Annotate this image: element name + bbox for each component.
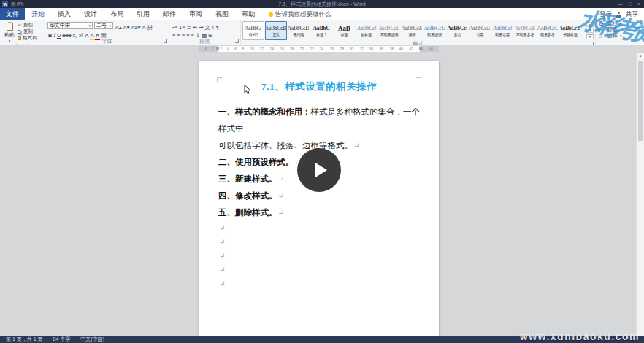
close-button[interactable]: × (637, 0, 640, 8)
page-indicator[interactable]: 第 1 页，共 1 页 (6, 336, 43, 343)
word-count[interactable]: 84 个字 (53, 336, 71, 343)
language-indicator[interactable]: 中文(中国) (80, 336, 104, 343)
scroll-up-icon[interactable] (637, 53, 644, 59)
redo-icon[interactable]: ↻ (20, 1, 25, 7)
ruler-number: 10 (250, 47, 254, 50)
style-item[interactable]: AaBbCcC 明显参考 (537, 21, 559, 40)
word-logo-icon[interactable]: W (2, 1, 8, 7)
style-item[interactable]: AaBbC 标题 1 (310, 21, 332, 40)
styles-scroll-down-button[interactable]: ▾ (586, 28, 594, 33)
paragraph[interactable] (218, 235, 420, 249)
style-item[interactable]: AaBbC( 样式1 (242, 21, 264, 40)
styles-more-button[interactable]: ▾ (586, 34, 594, 39)
paragraph[interactable]: 五、删除样式。 (218, 204, 420, 221)
window-title: 7.1、样式设置的相关操作.docx - Word (0, 0, 644, 8)
select-button[interactable]: 选择 ▾ (599, 33, 641, 39)
minimize-button[interactable]: — (618, 0, 623, 8)
ruler-number: 6 (234, 47, 237, 50)
paragraph[interactable] (218, 249, 420, 263)
ruler-number: 20 (299, 47, 304, 50)
ribbon-tab[interactable]: 帮助 (235, 8, 261, 20)
paragraph-group: •≡1≡≣⇤⇥文↕¶ ≡≡≡≡≡⇕▦⊞ 段落 (169, 20, 241, 45)
ruler-number: 2 (212, 47, 215, 50)
ruler-number: 16 (280, 47, 284, 50)
paragraph-dialog-launcher[interactable] (235, 39, 239, 43)
horizontal-ruler[interactable]: 4224681012141618202224262830323436384042… (0, 45, 644, 53)
document-body[interactable]: 一、样式的概念和作用：样式是多种格式的集合，一个样式中 可以包括字体、段落、边框… (218, 104, 420, 290)
style-item[interactable]: AaBbCcD 无间隔 (288, 21, 310, 40)
ruler-number: 30 (350, 47, 354, 50)
style-item[interactable]: AaBbCcD 正文 (265, 21, 287, 40)
document-area[interactable]: 7.1、样式设置的相关操作 一、样式的概念和作用：样式是多种格式的集合，一个样式… (0, 53, 644, 336)
ruler-number: 26 (329, 47, 334, 50)
style-item[interactable]: AaBbCcl 副标题 (356, 21, 377, 40)
ruler-number: 36 (380, 47, 384, 50)
ruler-number: 42 (410, 47, 414, 50)
save-icon[interactable]: ▤ (11, 1, 16, 7)
style-item[interactable]: AaBbCcD 引用 (469, 21, 491, 40)
paragraph-mark-icon (353, 142, 359, 150)
cut-button[interactable]: 剪切 (18, 23, 43, 28)
style-item[interactable]: AaBbCcD 书籍标题 (559, 21, 581, 40)
ruler-number: 40 (399, 47, 404, 50)
format-painter-button[interactable]: 格式刷 (18, 36, 43, 41)
ruler-number: 4 (204, 47, 207, 50)
replace-button[interactable]: 替换 (599, 27, 641, 33)
window-controls: —□× (618, 0, 640, 8)
ruler-number: 8 (242, 47, 245, 50)
paragraph-mark-icon (219, 238, 225, 246)
title-bar: W ▤↺↻ 7.1、样式设置的相关操作.docx - Word —□× (0, 0, 644, 8)
paragraph[interactable] (218, 277, 420, 290)
sign-in-button[interactable]: 登录 (599, 10, 612, 19)
share-button[interactable]: 共享 (626, 10, 638, 19)
scrollbar-thumb[interactable] (638, 61, 643, 141)
styles-group: AaBbC( 样式1 AaBbCcD 正文 AaBbCcD 无间隔 (241, 20, 596, 45)
style-item[interactable]: AaBbCcD 强调 (401, 21, 423, 40)
font-dialog-launcher[interactable] (164, 39, 167, 43)
paste-button[interactable]: 粘贴 ▾ (1, 21, 18, 42)
ribbon-tab[interactable]: 设计 (77, 8, 104, 20)
ruler-number: 34 (369, 47, 374, 50)
paragraph[interactable]: 一、样式的概念和作用：样式是多种格式的集合，一个样式中 (218, 104, 420, 137)
vertical-scrollbar[interactable] (636, 53, 644, 336)
lightbulb-icon (269, 12, 273, 17)
video-play-button[interactable] (297, 148, 341, 192)
ruler-number: 22 (310, 47, 314, 50)
ruler-number: 46 (429, 47, 434, 50)
document-page[interactable]: 7.1、样式设置的相关操作 一、样式的概念和作用：样式是多种格式的集合，一个样式… (199, 61, 439, 336)
editing-item-icon (599, 33, 605, 39)
paragraph-mark-icon (219, 224, 225, 232)
cut-icon (18, 23, 22, 28)
ribbon: 粘贴 ▾ 剪切 复制 格式刷 剪贴板 华文中宋▾ 二号▾ A▴A▾Aa▾A拼 (0, 20, 644, 45)
copy-icon (18, 30, 20, 34)
paragraph[interactable] (218, 263, 420, 277)
tab-file[interactable]: 文件 (0, 8, 25, 20)
editing-group-label (596, 39, 644, 45)
editing-item-icon (599, 21, 605, 27)
editing-group: 查找 ▾ 替换 选择 ▾ (596, 20, 644, 45)
style-item[interactable]: AaB 标题 (333, 21, 355, 40)
maximize-button[interactable]: □ (629, 0, 632, 8)
paragraph-mark-icon (278, 175, 284, 183)
styles-scroll-up-button[interactable]: ▴ (586, 22, 594, 27)
paragraph[interactable] (218, 221, 420, 235)
ruler-number: 18 (290, 47, 294, 50)
style-item[interactable]: AaBbCcD 不明显参考 (514, 21, 536, 40)
style-item[interactable]: AaBbCcD 明显强调 (423, 21, 445, 40)
ribbon-tab[interactable]: 开始 (25, 8, 51, 20)
status-bar[interactable]: 第 1 页，共 1 页 84 个字 中文(中国) (0, 336, 644, 343)
editing-item-icon (599, 27, 605, 33)
ruler-number: 4 (227, 47, 229, 50)
word-window: W ▤↺↻ 7.1、样式设置的相关操作.docx - Word —□× 文件 开… (0, 0, 644, 343)
ruler-number: 44 (419, 47, 423, 50)
tell-me-label: 告诉我你想要做什么 (275, 10, 331, 19)
style-item[interactable]: AaBbCcD 不明显强调 (378, 21, 400, 40)
paragraph-group-label: 段落 (169, 38, 240, 45)
ribbon-tab-bar: 文件 开始插入设计布局引用邮件审阅视图帮助 告诉我你想要做什么 登录 共享 (0, 8, 644, 20)
find-button[interactable]: 查找 ▾ (599, 21, 641, 27)
style-item[interactable]: AaBbCcl 要点 (446, 21, 468, 40)
ribbon-tab[interactable]: 插入 (51, 8, 77, 20)
tell-me-box[interactable]: 告诉我你想要做什么 (269, 8, 331, 20)
copy-button[interactable]: 复制 (18, 29, 43, 34)
style-item[interactable]: AaBbCcl 明显引用 (491, 21, 513, 40)
